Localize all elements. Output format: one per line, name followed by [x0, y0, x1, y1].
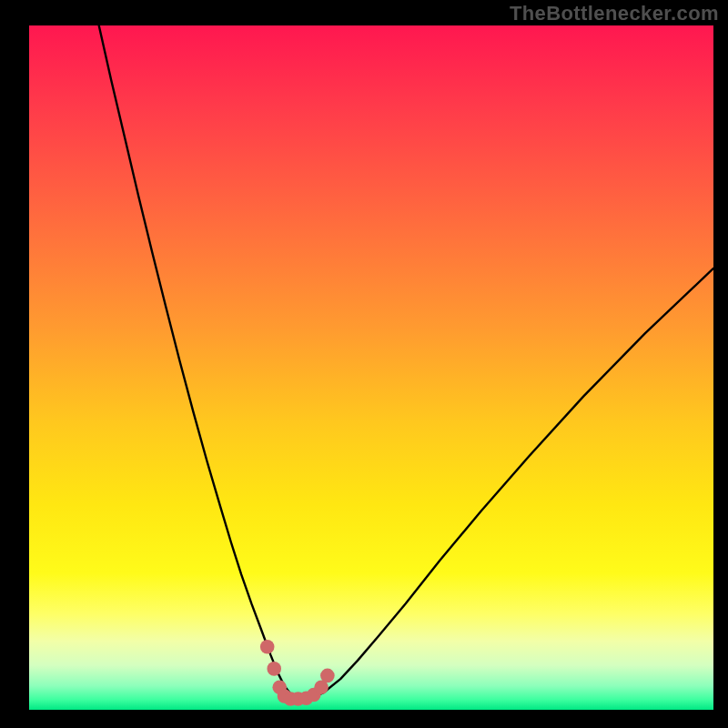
source-label: TheBottlenecker.com [510, 2, 719, 25]
bottleneck-curve [99, 25, 713, 699]
chart-svg [29, 25, 713, 710]
plot-area [29, 25, 713, 710]
highlight-dot [320, 669, 335, 683]
highlight-dot [267, 662, 281, 676]
highlight-dot [260, 640, 275, 654]
chart-frame: TheBottlenecker.com [0, 0, 728, 728]
